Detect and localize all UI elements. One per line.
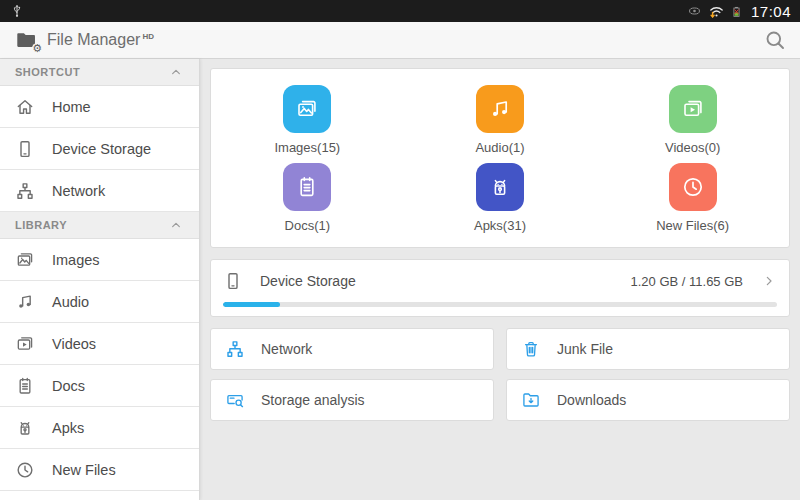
category-tile-images[interactable]: Images(15) xyxy=(211,81,404,159)
chevron-right-icon xyxy=(761,273,777,289)
gear-icon: ⚙ xyxy=(32,43,42,54)
section-label: LIBRARY xyxy=(15,219,67,231)
section-label: SHORTCUT xyxy=(15,66,80,78)
sidebar-item-label: Images xyxy=(52,252,100,268)
sidebar-item-label: Audio xyxy=(52,294,89,310)
tool-card-storage-analysis[interactable]: Storage analysis xyxy=(210,379,494,421)
sidebar: SHORTCUT Home Device Storage Network LIB… xyxy=(0,59,200,500)
tool-label: Network xyxy=(261,341,312,357)
category-label: Videos(0) xyxy=(665,140,720,155)
docs-icon xyxy=(15,376,35,396)
tool-card-junk-file[interactable]: Junk File xyxy=(506,328,790,370)
clock-icon xyxy=(15,460,35,480)
sidebar-item-label: Docs xyxy=(52,378,85,394)
device-storage-label: Device Storage xyxy=(260,273,356,289)
category-label: New Files(6) xyxy=(656,218,729,233)
tool-label: Storage analysis xyxy=(261,392,365,408)
sidebar-item-new-files[interactable]: New Files xyxy=(0,449,199,491)
tool-label: Junk File xyxy=(557,341,613,357)
sidebar-item-docs[interactable]: Docs xyxy=(0,365,199,407)
sidebar-item-home[interactable]: Home xyxy=(0,86,199,128)
app-title: File ManagerHD xyxy=(47,31,154,49)
videos-icon xyxy=(15,334,35,354)
clock-icon xyxy=(669,163,717,211)
sidebar-item-label: New Files xyxy=(52,462,116,478)
storage-usage-text: 1.20 GB / 11.65 GB xyxy=(631,274,744,289)
battery-alert-icon xyxy=(730,3,743,20)
category-tile-docs[interactable]: Docs(1) xyxy=(211,159,404,237)
sidebar-item-label: Videos xyxy=(52,336,96,352)
sidebar-item-label: Device Storage xyxy=(52,141,151,157)
category-tile-apks[interactable]: Apks(31) xyxy=(404,159,597,237)
android-icon xyxy=(476,163,524,211)
images-icon xyxy=(15,250,35,270)
storage-progress-fill xyxy=(223,302,280,307)
tool-card-network[interactable]: Network xyxy=(210,328,494,370)
category-tile-videos[interactable]: Videos(0) xyxy=(596,81,789,159)
sidebar-item-device-storage[interactable]: Device Storage xyxy=(0,128,199,170)
chevron-up-icon xyxy=(168,64,184,80)
category-label: Images(15) xyxy=(274,140,340,155)
tablet-icon xyxy=(15,139,35,159)
search-icon[interactable] xyxy=(763,28,787,52)
sidebar-item-images[interactable]: Images xyxy=(0,239,199,281)
status-clock: 17:04 xyxy=(751,3,791,20)
storage-analysis-icon xyxy=(225,390,245,410)
tools-grid: Network Junk File Storage analysis Downl… xyxy=(210,328,790,421)
sidebar-section-library[interactable]: LIBRARY xyxy=(0,212,199,239)
category-tile-new-files[interactable]: New Files(6) xyxy=(596,159,789,237)
images-icon xyxy=(283,85,331,133)
videos-icon xyxy=(669,85,717,133)
sidebar-item-network[interactable]: Network xyxy=(0,170,199,212)
sidebar-item-videos[interactable]: Videos xyxy=(0,323,199,365)
main-panel: Images(15) Audio(1) Videos(0) Docs(1) Ap… xyxy=(200,59,800,500)
download-folder-icon xyxy=(521,390,541,410)
tool-card-downloads[interactable]: Downloads xyxy=(506,379,790,421)
network-icon xyxy=(225,339,245,359)
sidebar-item-label: Home xyxy=(52,99,91,115)
app-title-text: File Manager xyxy=(47,31,140,48)
category-label: Docs(1) xyxy=(285,218,331,233)
category-label: Audio(1) xyxy=(475,140,524,155)
storage-progress-track xyxy=(223,302,777,307)
android-icon xyxy=(15,418,35,438)
category-label: Apks(31) xyxy=(474,218,526,233)
app-bar: ⚙ File ManagerHD xyxy=(0,22,800,59)
wifi-download-icon xyxy=(708,3,725,20)
app-logo-folder-gear-icon: ⚙ xyxy=(13,29,39,51)
home-icon xyxy=(15,97,35,117)
tool-label: Downloads xyxy=(557,392,626,408)
sidebar-item-label: Apks xyxy=(52,420,84,436)
sidebar-item-apks[interactable]: Apks xyxy=(0,407,199,449)
audio-icon xyxy=(476,85,524,133)
usb-icon xyxy=(9,3,25,19)
chevron-up-icon xyxy=(168,217,184,233)
category-grid: Images(15) Audio(1) Videos(0) Docs(1) Ap… xyxy=(210,68,790,248)
trash-icon xyxy=(521,339,541,359)
sidebar-section-shortcut[interactable]: SHORTCUT xyxy=(0,59,199,86)
audio-icon xyxy=(15,292,35,312)
docs-icon xyxy=(283,163,331,211)
app-title-hd-badge: HD xyxy=(142,32,154,41)
sidebar-item-label: Network xyxy=(52,183,105,199)
eye-icon xyxy=(686,4,703,18)
category-tile-audio[interactable]: Audio(1) xyxy=(404,81,597,159)
device-storage-card[interactable]: Device Storage 1.20 GB / 11.65 GB xyxy=(210,259,790,317)
status-bar: 17:04 xyxy=(0,0,800,22)
tablet-icon xyxy=(223,271,243,291)
sidebar-item-audio[interactable]: Audio xyxy=(0,281,199,323)
network-icon xyxy=(15,181,35,201)
